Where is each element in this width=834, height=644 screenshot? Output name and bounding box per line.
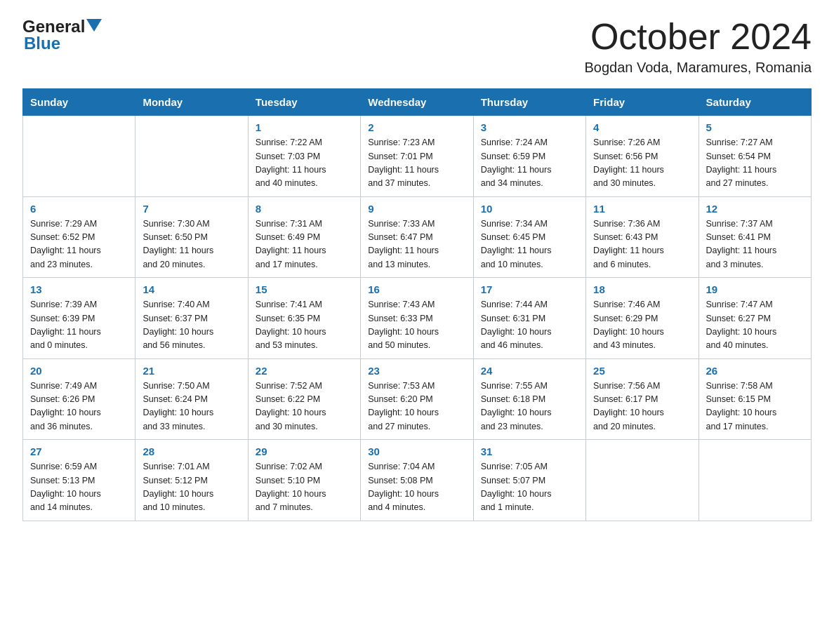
header-thursday: Thursday	[473, 89, 585, 116]
calendar-cell: 16Sunrise: 7:43 AMSunset: 6:33 PMDayligh…	[361, 278, 473, 359]
day-info: Sunrise: 7:02 AMSunset: 5:10 PMDaylight:…	[256, 460, 353, 515]
day-info: Sunrise: 7:34 AMSunset: 6:45 PMDaylight:…	[481, 217, 578, 272]
day-info: Sunrise: 7:46 AMSunset: 6:29 PMDaylight:…	[593, 298, 691, 353]
day-info: Sunrise: 7:27 AMSunset: 6:54 PMDaylight:…	[706, 136, 804, 191]
calendar-table: SundayMondayTuesdayWednesdayThursdayFrid…	[22, 88, 812, 521]
calendar-cell	[586, 440, 699, 521]
calendar-cell: 22Sunrise: 7:52 AMSunset: 6:22 PMDayligh…	[248, 358, 360, 440]
page-header: General Blue October 2024 Bogdan Voda, M…	[22, 17, 812, 76]
day-info: Sunrise: 7:26 AMSunset: 6:56 PMDaylight:…	[593, 136, 691, 191]
calendar-cell: 5Sunrise: 7:27 AMSunset: 6:54 PMDaylight…	[699, 116, 811, 197]
day-info: Sunrise: 7:05 AMSunset: 5:07 PMDaylight:…	[481, 460, 578, 515]
day-info: Sunrise: 7:01 AMSunset: 5:12 PMDaylight:…	[143, 460, 240, 515]
day-info: Sunrise: 7:24 AMSunset: 6:59 PMDaylight:…	[481, 136, 578, 191]
day-number: 28	[143, 445, 240, 457]
calendar-cell: 17Sunrise: 7:44 AMSunset: 6:31 PMDayligh…	[473, 278, 585, 359]
day-number: 24	[481, 365, 578, 377]
day-info: Sunrise: 7:58 AMSunset: 6:15 PMDaylight:…	[706, 380, 804, 434]
day-number: 19	[706, 283, 804, 295]
day-number: 2	[368, 121, 465, 133]
day-number: 30	[368, 445, 465, 457]
day-info: Sunrise: 7:29 AMSunset: 6:52 PMDaylight:…	[30, 217, 128, 272]
day-number: 14	[143, 283, 240, 295]
day-number: 8	[256, 203, 353, 215]
day-info: Sunrise: 7:52 AMSunset: 6:22 PMDaylight:…	[256, 380, 353, 434]
header-monday: Monday	[135, 89, 248, 116]
calendar-cell: 27Sunrise: 6:59 AMSunset: 5:13 PMDayligh…	[23, 440, 135, 521]
day-number: 26	[706, 365, 804, 377]
calendar-week-row: 13Sunrise: 7:39 AMSunset: 6:39 PMDayligh…	[23, 278, 812, 359]
header-sunday: Sunday	[23, 89, 135, 116]
calendar-cell	[699, 440, 811, 521]
day-number: 23	[368, 365, 465, 377]
day-number: 17	[481, 283, 578, 295]
calendar-cell: 1Sunrise: 7:22 AMSunset: 7:03 PMDaylight…	[248, 116, 360, 197]
calendar-cell: 3Sunrise: 7:24 AMSunset: 6:59 PMDaylight…	[473, 116, 585, 197]
day-info: Sunrise: 7:56 AMSunset: 6:17 PMDaylight:…	[593, 380, 691, 434]
calendar-cell: 21Sunrise: 7:50 AMSunset: 6:24 PMDayligh…	[135, 358, 248, 440]
day-info: Sunrise: 7:50 AMSunset: 6:24 PMDaylight:…	[143, 380, 240, 434]
logo-arrow-icon	[86, 19, 102, 36]
day-number: 4	[593, 121, 691, 133]
calendar-cell: 14Sunrise: 7:40 AMSunset: 6:37 PMDayligh…	[135, 278, 248, 359]
header-saturday: Saturday	[699, 89, 811, 116]
day-info: Sunrise: 7:31 AMSunset: 6:49 PMDaylight:…	[256, 217, 353, 272]
day-info: Sunrise: 7:23 AMSunset: 7:01 PMDaylight:…	[368, 136, 465, 191]
calendar-cell: 30Sunrise: 7:04 AMSunset: 5:08 PMDayligh…	[361, 440, 473, 521]
calendar-cell: 28Sunrise: 7:01 AMSunset: 5:12 PMDayligh…	[135, 440, 248, 521]
logo: General Blue	[22, 17, 102, 53]
day-number: 7	[143, 203, 240, 215]
calendar-cell: 23Sunrise: 7:53 AMSunset: 6:20 PMDayligh…	[361, 358, 473, 440]
day-info: Sunrise: 7:41 AMSunset: 6:35 PMDaylight:…	[256, 298, 353, 353]
day-info: Sunrise: 7:55 AMSunset: 6:18 PMDaylight:…	[481, 380, 578, 434]
day-number: 5	[706, 121, 804, 133]
calendar-cell: 24Sunrise: 7:55 AMSunset: 6:18 PMDayligh…	[473, 358, 585, 440]
calendar-cell: 11Sunrise: 7:36 AMSunset: 6:43 PMDayligh…	[586, 196, 699, 278]
calendar-cell: 9Sunrise: 7:33 AMSunset: 6:47 PMDaylight…	[361, 196, 473, 278]
day-number: 22	[256, 365, 353, 377]
calendar-week-row: 1Sunrise: 7:22 AMSunset: 7:03 PMDaylight…	[23, 116, 812, 197]
calendar-cell: 29Sunrise: 7:02 AMSunset: 5:10 PMDayligh…	[248, 440, 360, 521]
day-info: Sunrise: 7:04 AMSunset: 5:08 PMDaylight:…	[368, 460, 465, 515]
day-info: Sunrise: 7:22 AMSunset: 7:03 PMDaylight:…	[256, 136, 353, 191]
svg-marker-0	[86, 19, 102, 32]
day-number: 29	[256, 445, 353, 457]
day-number: 15	[256, 283, 353, 295]
day-number: 18	[593, 283, 691, 295]
day-info: Sunrise: 7:37 AMSunset: 6:41 PMDaylight:…	[706, 217, 804, 272]
day-number: 6	[30, 203, 128, 215]
day-number: 10	[481, 203, 578, 215]
calendar-cell: 18Sunrise: 7:46 AMSunset: 6:29 PMDayligh…	[586, 278, 699, 359]
day-number: 12	[706, 203, 804, 215]
calendar-week-row: 6Sunrise: 7:29 AMSunset: 6:52 PMDaylight…	[23, 196, 812, 278]
day-info: Sunrise: 7:47 AMSunset: 6:27 PMDaylight:…	[706, 298, 804, 353]
location-text: Bogdan Voda, Maramures, Romania	[584, 60, 812, 76]
day-number: 31	[481, 445, 578, 457]
day-number: 21	[143, 365, 240, 377]
calendar-cell: 8Sunrise: 7:31 AMSunset: 6:49 PMDaylight…	[248, 196, 360, 278]
day-number: 3	[481, 121, 578, 133]
calendar-cell	[135, 116, 248, 197]
calendar-cell: 15Sunrise: 7:41 AMSunset: 6:35 PMDayligh…	[248, 278, 360, 359]
calendar-cell: 10Sunrise: 7:34 AMSunset: 6:45 PMDayligh…	[473, 196, 585, 278]
day-info: Sunrise: 7:53 AMSunset: 6:20 PMDaylight:…	[368, 380, 465, 434]
day-number: 11	[593, 203, 691, 215]
day-info: Sunrise: 7:49 AMSunset: 6:26 PMDaylight:…	[30, 380, 128, 434]
day-info: Sunrise: 7:30 AMSunset: 6:50 PMDaylight:…	[143, 217, 240, 272]
day-number: 9	[368, 203, 465, 215]
day-info: Sunrise: 7:40 AMSunset: 6:37 PMDaylight:…	[143, 298, 240, 353]
day-number: 13	[30, 283, 128, 295]
day-info: Sunrise: 6:59 AMSunset: 5:13 PMDaylight:…	[30, 460, 128, 515]
header-wednesday: Wednesday	[361, 89, 473, 116]
day-info: Sunrise: 7:44 AMSunset: 6:31 PMDaylight:…	[481, 298, 578, 353]
day-info: Sunrise: 7:33 AMSunset: 6:47 PMDaylight:…	[368, 217, 465, 272]
day-info: Sunrise: 7:36 AMSunset: 6:43 PMDaylight:…	[593, 217, 691, 272]
day-number: 27	[30, 445, 128, 457]
calendar-cell: 31Sunrise: 7:05 AMSunset: 5:07 PMDayligh…	[473, 440, 585, 521]
day-number: 25	[593, 365, 691, 377]
calendar-cell: 4Sunrise: 7:26 AMSunset: 6:56 PMDaylight…	[586, 116, 699, 197]
calendar-cell: 2Sunrise: 7:23 AMSunset: 7:01 PMDaylight…	[361, 116, 473, 197]
calendar-cell: 13Sunrise: 7:39 AMSunset: 6:39 PMDayligh…	[23, 278, 135, 359]
day-number: 16	[368, 283, 465, 295]
calendar-header-row: SundayMondayTuesdayWednesdayThursdayFrid…	[23, 89, 812, 116]
